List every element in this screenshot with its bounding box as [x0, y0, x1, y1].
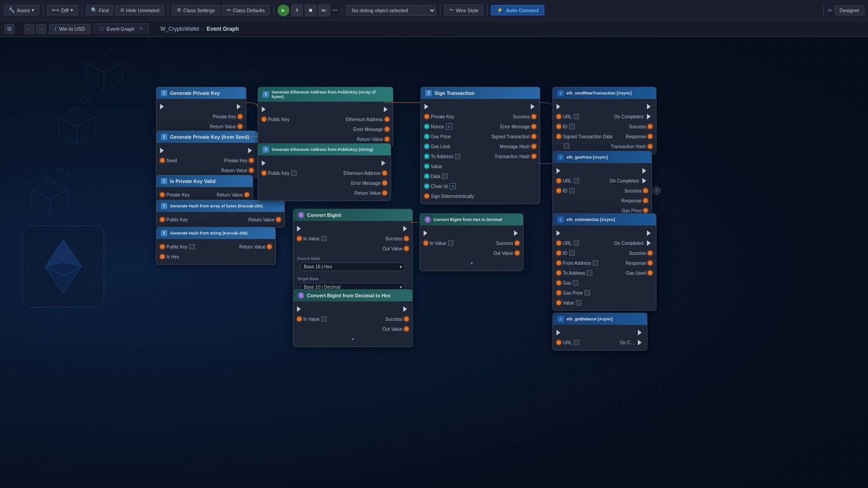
signed-tx-in[interactable] [557, 134, 561, 139]
return-out[interactable] [382, 191, 387, 195]
exec-out[interactable] [384, 107, 389, 112]
exec-out[interactable] [248, 148, 254, 153]
id-in[interactable] [557, 188, 561, 193]
from-in[interactable] [557, 261, 561, 265]
value-in[interactable] [557, 300, 561, 305]
exec-in[interactable] [557, 230, 562, 236]
return-out[interactable] [267, 244, 272, 249]
diff-button[interactable]: ⟷ Diff ▾ [47, 5, 78, 15]
invalue-in[interactable] [424, 241, 428, 245]
invalue-check[interactable] [321, 316, 327, 322]
exec-in[interactable] [297, 226, 302, 231]
invalue-in[interactable] [297, 236, 302, 241]
toaddr-check[interactable] [455, 154, 460, 159]
expand-icon[interactable]: ▾ [352, 337, 354, 342]
signed-tx-out[interactable] [532, 134, 536, 139]
url-check[interactable] [574, 340, 579, 345]
gaslimit-in[interactable] [425, 144, 429, 149]
exec-out[interactable] [531, 104, 536, 109]
exec-out-pin[interactable] [237, 104, 242, 109]
success-out[interactable] [404, 236, 409, 241]
success-out[interactable] [648, 124, 652, 129]
pubkey-in[interactable] [160, 217, 165, 222]
nonce-in[interactable] [425, 124, 429, 129]
response-out[interactable] [648, 261, 652, 265]
exec-in[interactable] [557, 168, 562, 174]
pause-button[interactable]: ⏸ [291, 5, 303, 16]
outvalue-out[interactable] [404, 327, 409, 331]
oncomplete-out[interactable] [647, 114, 652, 119]
gasprice-in[interactable] [425, 134, 429, 139]
back-button[interactable]: ← [24, 24, 34, 34]
error-out[interactable] [532, 124, 536, 129]
value-in[interactable] [425, 164, 429, 169]
to-in[interactable] [557, 271, 561, 275]
error-out[interactable] [385, 127, 389, 131]
tab-wei-to-usd[interactable]: f Wei to USD [49, 24, 91, 34]
pubkey-check[interactable] [291, 170, 297, 176]
gas-in[interactable] [557, 281, 561, 285]
exec-in[interactable] [262, 160, 267, 166]
gas-check[interactable] [573, 280, 578, 286]
txhash-out[interactable] [532, 154, 536, 159]
gasused-out[interactable] [648, 271, 652, 275]
return-out[interactable] [276, 217, 281, 222]
exec-in[interactable] [160, 148, 165, 153]
wire-style-button[interactable]: 〜 Wire Style [444, 5, 483, 16]
exec-out[interactable] [647, 230, 652, 236]
privkey-in[interactable] [160, 192, 165, 197]
tab-close-icon[interactable]: ✕ [139, 26, 143, 31]
success-out[interactable] [404, 317, 409, 321]
url-check[interactable] [574, 114, 579, 119]
id-check[interactable] [569, 250, 575, 256]
signdeter-in[interactable] [425, 194, 429, 198]
data-in[interactable] [425, 174, 429, 178]
gasprice-out[interactable] [643, 208, 648, 213]
gasprice-in[interactable] [557, 291, 561, 295]
txhash-out[interactable] [648, 144, 652, 149]
return-out[interactable] [249, 168, 254, 173]
chainid-check[interactable]: 0 [449, 183, 456, 189]
invalue-check[interactable] [321, 236, 327, 241]
exec-out[interactable] [403, 226, 409, 231]
return-out[interactable] [385, 137, 389, 141]
oncomplete-out[interactable] [642, 178, 648, 183]
id-check[interactable] [569, 188, 575, 193]
eth-addr-out[interactable] [385, 117, 389, 122]
source-base-dropdown[interactable]: Base 16 | Hex ▾ [301, 263, 405, 271]
ishex-in[interactable] [160, 254, 165, 259]
outvalue-out[interactable] [404, 246, 409, 251]
class-defaults-button[interactable]: ✏ Class Defaults [222, 5, 270, 15]
pubkey-check[interactable] [189, 244, 195, 249]
gasprice-check[interactable] [585, 290, 590, 296]
return-out[interactable] [245, 192, 249, 197]
response-out[interactable] [643, 198, 648, 203]
error-out[interactable] [382, 181, 387, 185]
forward-button[interactable]: → [36, 24, 46, 34]
signed-check[interactable] [564, 143, 569, 149]
expand-icon[interactable]: ▾ [471, 261, 473, 266]
url-in[interactable] [557, 114, 561, 119]
outvalue-out[interactable] [515, 251, 519, 255]
home-button[interactable]: ⊞ [5, 24, 14, 34]
url-in[interactable] [557, 340, 561, 345]
data-check[interactable] [442, 174, 448, 179]
success-out[interactable] [515, 241, 519, 245]
hide-unrelated-button[interactable]: ⊙ Hide Unrelated [115, 5, 164, 15]
canvas-area[interactable]: f Generate Private Key Private Key [0, 37, 868, 488]
exec-out[interactable] [638, 330, 643, 335]
value-check[interactable] [576, 300, 581, 305]
auto-connect-button[interactable]: ⚡ Auto Connect [491, 5, 544, 15]
exec-out[interactable] [382, 160, 387, 166]
private-key-out-pin[interactable] [238, 114, 242, 119]
url-in[interactable] [557, 178, 561, 183]
eth-addr-out[interactable] [382, 171, 387, 175]
success-out[interactable] [532, 114, 536, 119]
response-out[interactable] [648, 134, 652, 139]
id-in[interactable] [557, 124, 561, 129]
exec-in[interactable] [557, 104, 562, 109]
pubkey-in[interactable] [262, 117, 266, 122]
exec-in[interactable] [557, 330, 562, 335]
chainid-in[interactable] [425, 184, 429, 188]
exec-out[interactable] [403, 306, 409, 312]
